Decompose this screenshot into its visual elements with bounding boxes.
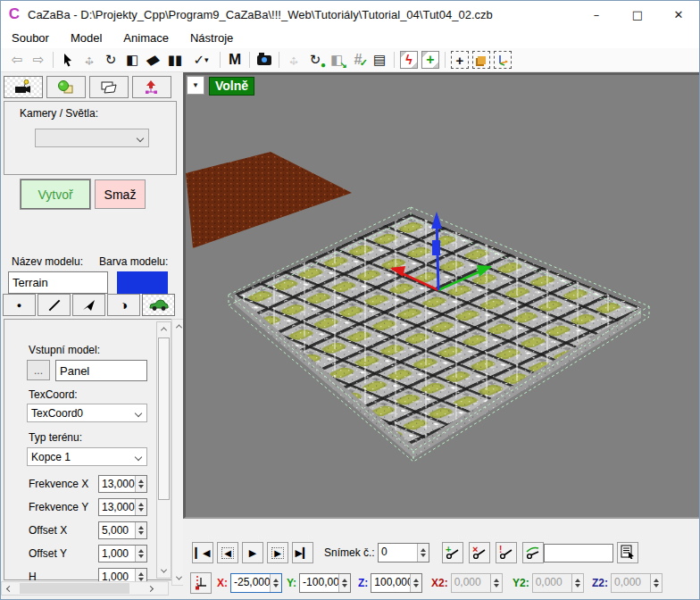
- menu-model[interactable]: Model: [60, 29, 112, 47]
- scrollbar-thumb[interactable]: [20, 583, 129, 594]
- select-cursor-icon[interactable]: [57, 50, 79, 70]
- undo-icon[interactable]: ⇦: [6, 50, 28, 70]
- offset-x-label: Offset X: [29, 524, 67, 537]
- go-last-frame-button[interactable]: ▶▎: [292, 542, 313, 563]
- tab-hierarchy[interactable]: [132, 76, 171, 98]
- animate-rotate-icon[interactable]: ↻●: [304, 50, 326, 70]
- render-flash-icon[interactable]: ϟ: [398, 50, 420, 70]
- scroll-right-icon[interactable]: [144, 582, 157, 595]
- scroll-down-icon[interactable]: [157, 564, 171, 578]
- paint-tool-icon[interactable]: ◆: [143, 50, 164, 70]
- offset-y-spin-buttons[interactable]: [135, 546, 146, 562]
- offset-y-spinner[interactable]: 1,000: [98, 545, 147, 562]
- play-button[interactable]: ▶: [242, 542, 263, 563]
- fit-object-icon[interactable]: [471, 50, 492, 70]
- center-view-icon[interactable]: +: [449, 50, 471, 70]
- model-name-input[interactable]: Terrain: [8, 271, 108, 294]
- maximize-button[interactable]: □: [617, 1, 658, 28]
- frame-spin-buttons[interactable]: [417, 544, 429, 562]
- axis-view-icon[interactable]: [492, 50, 513, 70]
- add-object-icon[interactable]: +: [420, 50, 441, 70]
- animate-scale-icon[interactable]: ◧↘: [326, 50, 347, 70]
- y-spin-buttons[interactable]: [338, 574, 350, 592]
- camera-icon[interactable]: [254, 50, 275, 70]
- offset-x-value: 5,000: [99, 522, 135, 538]
- tab-models[interactable]: [46, 76, 86, 98]
- apply-check-icon[interactable]: ✓▾: [186, 50, 216, 70]
- create-button[interactable]: Vytvoř: [21, 179, 90, 209]
- camera-select[interactable]: [35, 129, 149, 147]
- frequency-y-spin-buttons[interactable]: [135, 499, 146, 515]
- model-color-swatch[interactable]: [117, 271, 168, 294]
- next-frame-button[interactable]: ▶: [267, 542, 288, 563]
- offset-x-spin-buttons[interactable]: [135, 522, 146, 538]
- tab-cameras-lights[interactable]: [4, 76, 43, 98]
- frequency-x-label: Frekvence X: [29, 478, 88, 490]
- tab-points[interactable]: ●: [3, 294, 36, 316]
- tab-edges[interactable]: [38, 294, 71, 316]
- z2-spin-buttons[interactable]: [650, 574, 662, 592]
- scroll-left-icon[interactable]: [3, 582, 16, 595]
- horizontal-scrollbar[interactable]: [1, 581, 169, 596]
- keyframe-properties-button[interactable]: !: [496, 542, 517, 563]
- y2-spinner[interactable]: 0,000: [532, 573, 584, 593]
- menu-animace[interactable]: Animace: [112, 29, 179, 47]
- menu-nastroje[interactable]: Nástroje: [179, 29, 244, 47]
- x2-spinner[interactable]: 0,000: [451, 573, 503, 593]
- x-spin-buttons[interactable]: [270, 574, 281, 592]
- title-bar[interactable]: C CaZaBa - D:\Projekty_Cpp\Program9_CaZa…: [1, 1, 699, 28]
- 3d-scene: [186, 75, 698, 517]
- animate-move-icon[interactable]: ↔↕: [283, 50, 304, 70]
- redo-icon[interactable]: ⇨: [28, 50, 49, 70]
- scroll-up-icon[interactable]: [157, 322, 171, 336]
- animation-list-button[interactable]: [617, 542, 638, 563]
- prev-frame-button[interactable]: ◀: [217, 542, 238, 563]
- tab-materials[interactable]: ◑: [107, 294, 140, 316]
- animation-name-input[interactable]: [544, 544, 613, 562]
- delete-button[interactable]: Smaž: [95, 179, 146, 209]
- tab-views[interactable]: [89, 76, 129, 98]
- coordinates-row: X: -25,000 Y: -100,000 Z: 100,000: [183, 572, 700, 596]
- keyframe-curve-button[interactable]: [522, 542, 544, 563]
- scrollbar-thumb[interactable]: [158, 338, 170, 500]
- 3d-viewport[interactable]: ▼ Volně: [183, 72, 700, 519]
- model-list-icon[interactable]: ▤: [369, 50, 390, 70]
- offset-x-spinner[interactable]: 5,000: [98, 521, 147, 539]
- y2-spin-buttons[interactable]: [571, 574, 583, 592]
- step-back-icon: ◀: [221, 547, 234, 559]
- inner-scrollbar[interactable]: [156, 321, 171, 579]
- m-tool-icon[interactable]: M: [224, 50, 246, 70]
- z-spin-buttons[interactable]: [410, 574, 421, 592]
- menu-soubor[interactable]: Soubor: [1, 29, 60, 47]
- frequency-x-spin-buttons[interactable]: [135, 476, 146, 492]
- x-spinner[interactable]: -25,000: [230, 573, 282, 593]
- terrain-type-select[interactable]: Kopce 1: [27, 447, 147, 466]
- frequency-x-spinner[interactable]: 13,000: [98, 475, 147, 493]
- rotate-tool-icon[interactable]: ↻: [100, 50, 121, 70]
- x2-label: X2:: [431, 577, 448, 589]
- app-window: C CaZaBa - D:\Projekty_Cpp\Program9_CaZa…: [0, 0, 700, 600]
- tab-faces[interactable]: [72, 294, 105, 316]
- move-tool-icon[interactable]: ↔↕: [79, 50, 100, 70]
- minimize-button[interactable]: –: [576, 1, 617, 28]
- browse-button[interactable]: ...: [27, 360, 50, 380]
- tab-generators[interactable]: [142, 294, 175, 316]
- local-axis-button[interactable]: [190, 572, 212, 594]
- z2-spinner[interactable]: 0,000: [611, 573, 662, 593]
- close-button[interactable]: ✕: [658, 1, 699, 28]
- z-spinner[interactable]: 100,000: [371, 573, 422, 593]
- viewport-menu-button[interactable]: ▼: [187, 76, 204, 95]
- x2-spin-buttons[interactable]: [490, 574, 502, 592]
- mirror-tool-icon[interactable]: ▮▮: [164, 50, 186, 70]
- delete-keyframe-button[interactable]: ×: [469, 542, 490, 563]
- texcoord-select[interactable]: TexCoord0: [27, 404, 147, 422]
- frame-number-spinner[interactable]: 0: [378, 543, 429, 562]
- y-spinner[interactable]: -100,000: [299, 573, 351, 593]
- frequency-y-spinner[interactable]: 13,000: [98, 498, 147, 516]
- grid-snap-icon[interactable]: #✓: [347, 50, 369, 70]
- add-keyframe-button[interactable]: +: [442, 542, 463, 563]
- mask-tool-icon[interactable]: ◧: [121, 50, 143, 70]
- go-first-frame-button[interactable]: ▎◀: [192, 542, 213, 563]
- y-value: -100,000: [300, 574, 338, 592]
- input-model-field[interactable]: Panel: [55, 360, 147, 381]
